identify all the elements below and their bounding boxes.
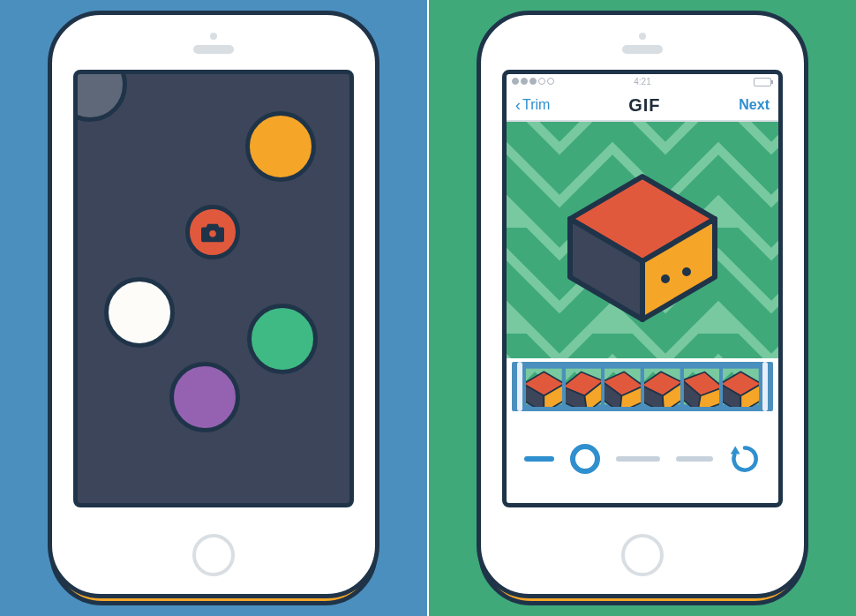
home-button[interactable] (621, 534, 664, 576)
camera-icon (199, 221, 226, 244)
playback-controls (507, 415, 778, 503)
filmstrip-frame (566, 366, 602, 407)
front-camera-dot (210, 33, 217, 40)
filmstrip-frame (644, 366, 680, 407)
dot-white[interactable] (104, 277, 175, 348)
loop-button[interactable] (729, 443, 761, 475)
signal-dots-icon (512, 78, 554, 85)
earpiece-speaker (622, 45, 663, 54)
trim-handle-right[interactable] (762, 362, 768, 411)
svg-marker-32 (731, 447, 740, 454)
svg-point-7 (682, 267, 691, 276)
panel-right: 4:21 ‹ Trim GIF Next (429, 0, 856, 616)
speed-slider-track[interactable] (524, 456, 554, 462)
back-button[interactable]: ‹ Trim (515, 97, 550, 113)
loop-icon (729, 443, 761, 475)
front-camera-dot (639, 33, 646, 40)
illustration-pair: 4:21 ‹ Trim GIF Next (0, 0, 856, 616)
phone-left (48, 11, 379, 605)
dot-green[interactable] (247, 304, 318, 374)
phone-face: 4:21 ‹ Trim GIF Next (477, 11, 808, 598)
next-button[interactable]: Next (739, 97, 770, 113)
back-label: Trim (522, 97, 550, 113)
status-time: 4:21 (634, 77, 650, 86)
phone-right: 4:21 ‹ Trim GIF Next (477, 11, 808, 605)
filmstrip-frame (604, 366, 641, 407)
filmstrip-frame (723, 366, 759, 407)
gif-editor-screen: 4:21 ‹ Trim GIF Next (502, 70, 783, 507)
svg-point-0 (208, 229, 217, 238)
nav-bar: ‹ Trim GIF Next (507, 90, 778, 122)
earpiece-speaker (193, 45, 234, 54)
speed-slider-track[interactable] (676, 456, 713, 462)
svg-point-6 (661, 274, 670, 283)
chevron-left-icon: ‹ (515, 97, 521, 113)
filmstrip-frames (526, 366, 759, 407)
filmstrip-frame (684, 366, 720, 407)
status-bar: 4:21 (507, 74, 778, 90)
camera-app-screen (73, 70, 354, 507)
speed-slider-knob[interactable] (570, 444, 600, 474)
battery-icon (754, 78, 771, 86)
nav-title: GIF (628, 95, 660, 116)
phone-face (48, 11, 379, 598)
trim-handle-left[interactable] (517, 362, 522, 411)
speed-slider-track[interactable] (616, 456, 660, 462)
home-button[interactable] (192, 534, 235, 576)
gif-preview (507, 122, 778, 358)
panel-left (0, 0, 427, 616)
filmstrip-frame (526, 366, 562, 407)
trim-filmstrip[interactable] (512, 362, 773, 411)
shutter-button[interactable] (185, 205, 240, 259)
dot-purple[interactable] (169, 362, 240, 432)
dot-orange[interactable] (245, 111, 316, 182)
dot-grey[interactable] (73, 70, 127, 122)
